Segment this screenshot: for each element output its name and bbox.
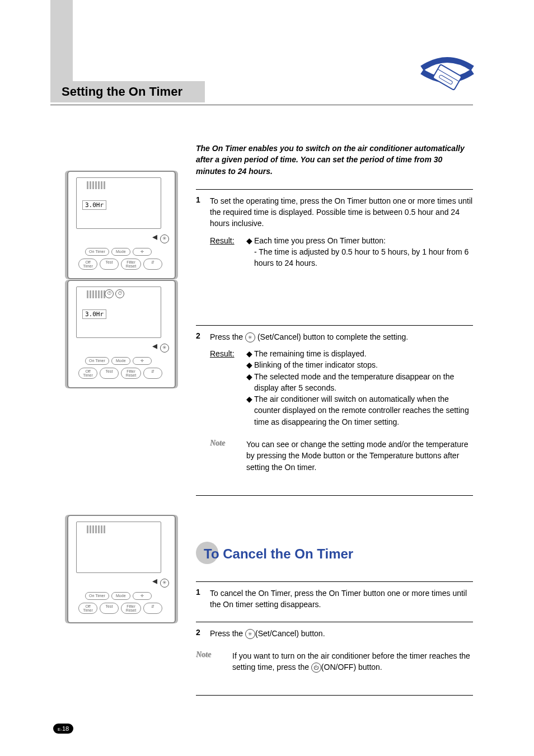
callout-arrow-icon: ◂ ✳: [152, 575, 169, 588]
section-divider: [196, 695, 473, 696]
result-bullet: The air conditioner will switch on autom…: [254, 393, 473, 428]
text-fragment: Press the: [210, 629, 245, 638]
step-1: 1 To set the operating time, press the O…: [196, 189, 473, 269]
cancel-step-2: 2 Press the ✳(Set/Cancel) button.: [196, 622, 473, 639]
set-cancel-icon: ✳: [245, 332, 255, 342]
remote-on-timer-button: On Timer: [85, 357, 109, 365]
page-prefix: E-: [58, 727, 62, 732]
remote-on-timer-button: On Timer: [85, 592, 109, 600]
intro-text: The On Timer enables you to switch on th…: [196, 143, 473, 177]
cancel-heading-text: To Cancel the On Timer: [196, 546, 353, 561]
title-bar: Setting the On Timer: [50, 81, 473, 105]
step-number: 2: [196, 628, 210, 639]
set-cancel-icon: ✳: [245, 629, 255, 639]
result-bullet: The selected mode and the temperature di…: [254, 371, 473, 394]
remote-filter-button: Filter Reset: [121, 259, 141, 270]
main-content: The On Timer enables you to switch on th…: [196, 143, 473, 696]
remote-temp-button: ✢: [133, 357, 152, 365]
result-subline: - The time is adjusted by 0.5 hour to 5 …: [246, 246, 473, 269]
page-title: Setting the On Timer: [50, 81, 205, 102]
callout-arrow-icon: ◂ ✳: [152, 340, 169, 353]
remote-off-timer-button: Off Timer: [78, 259, 97, 270]
result-label: Result:: [210, 348, 246, 428]
remote-temp-button: ✢: [133, 592, 152, 600]
result-label: Result:: [210, 235, 246, 269]
remote-test-button: Test: [100, 603, 119, 614]
remote-mode-button: Mode: [111, 592, 130, 600]
remote-filter-button: Filter Reset: [121, 603, 141, 614]
result-bullet: Each time you press On Timer button:: [254, 235, 386, 246]
remote-on-timer-button: On Timer: [85, 248, 109, 256]
diamond-bullet-icon: ◆: [246, 393, 254, 428]
text-fragment: (Set/Cancel) button.: [255, 629, 325, 638]
remote-mode-button: Mode: [111, 248, 130, 256]
step-text: Press the ✳(Set/Cancel) button.: [210, 628, 473, 639]
text-fragment: (Set/Cancel) button to complete the sett…: [255, 332, 408, 341]
cancel-heading: To Cancel the On Timer: [196, 546, 473, 562]
remote-temp-button: ✢: [133, 248, 152, 256]
page-number: E-18: [53, 724, 73, 734]
callout-arrow-icon: ◂ ✳: [152, 231, 169, 243]
result-bullet: Blinking of the timer indicator stops.: [254, 359, 378, 370]
remote-illustration-2: 3.0Hr ⏱ ⏱ ◂ ✳ On Timer Mode ✢ Off Timer …: [67, 280, 176, 388]
step-text: Press the ✳ (Set/Cancel) button to compl…: [210, 331, 473, 342]
remote-test-button: Test: [100, 259, 119, 270]
svg-rect-0: [433, 64, 462, 90]
note-text: You can see or change the setting mode a…: [246, 439, 473, 473]
diamond-bullet-icon: ◆: [246, 348, 254, 359]
on-off-icon: ⏻: [311, 663, 321, 673]
remote-test-button: Test: [100, 368, 119, 379]
step-number: 2: [196, 331, 210, 428]
diamond-bullet-icon: ◆: [246, 235, 254, 246]
diamond-bullet-icon: ◆: [246, 371, 254, 394]
remote-mode-button: Mode: [111, 357, 130, 365]
remote-off-timer-button: Off Timer: [78, 603, 97, 614]
remote-controller-logo: [419, 56, 475, 95]
page-number-value: 18: [62, 725, 69, 732]
note-block: Note You can see or change the setting m…: [210, 439, 473, 473]
result-bullet: The remaining time is displayed.: [254, 348, 367, 359]
remote-swing-button: ⇵: [143, 603, 162, 614]
remote-filter-button: Filter Reset: [121, 368, 141, 379]
remote-swing-button: ⇵: [143, 368, 162, 379]
remote-swing-button: ⇵: [143, 259, 162, 270]
text-fragment: Press the: [210, 332, 245, 341]
header-accent-band: [50, 0, 73, 81]
text-fragment: (ON/OFF) button.: [321, 663, 382, 672]
cancel-step-1: 1 To cancel the On Timer, press the On T…: [196, 581, 473, 611]
remote-illustration-1: 3.0Hr ◂ ✳ On Timer Mode ✢ Off Timer Test…: [67, 171, 176, 279]
remote-lcd: 3.0Hr: [82, 200, 106, 210]
step-number: 1: [196, 195, 210, 269]
remote-timer-icons: ⏱ ⏱: [105, 289, 124, 298]
remote-illustration-3: ◂ ✳ On Timer Mode ✢ Off Timer Test Filte…: [67, 515, 176, 623]
note-label: Note: [210, 439, 246, 473]
step-number: 1: [196, 588, 210, 611]
cancel-note-block: Note If you want to turn on the air cond…: [196, 650, 473, 673]
step-text: To cancel the On Timer, press the On Tim…: [210, 588, 473, 611]
remote-off-timer-button: Off Timer: [78, 368, 97, 379]
note-label: Note: [196, 650, 232, 673]
step-2: 2 Press the ✳ (Set/Cancel) button to com…: [196, 325, 473, 428]
diamond-bullet-icon: ◆: [246, 359, 254, 370]
remote-lcd: 3.0Hr: [82, 309, 106, 319]
step-text: To set the operating time, press the On …: [210, 195, 473, 229]
note-text: If you want to turn on the air condition…: [232, 650, 473, 673]
section-divider: [196, 495, 473, 496]
